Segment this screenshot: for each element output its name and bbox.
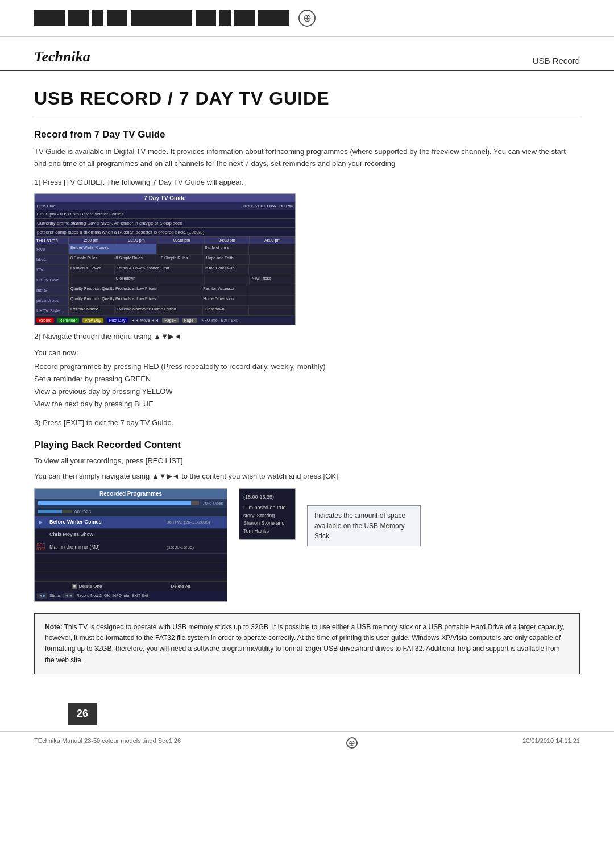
rec-title-3: Man in the mirror (MJ): [47, 543, 164, 551]
rec-label-status: Status: [49, 593, 61, 597]
footer-left: TEchnika Manual 23-50 colour models .ind…: [34, 737, 181, 749]
tv-guide-screenshot: 7 Day TV Guide 03:6 Five 31/09/2007 00:4…: [34, 193, 296, 325]
page-number: 26: [68, 703, 97, 725]
section2-heading: Playing Back Recorded Content: [34, 439, 580, 451]
detail-line-1: (15:00-16:35): [243, 493, 291, 501]
delete-one-icon: ■: [72, 584, 77, 589]
tg-label-move: ◄◄ Move ◄◄: [131, 318, 159, 322]
top-block-r3: [219, 10, 231, 26]
rec-title-bar: Recorded Programmes: [35, 489, 227, 499]
tg-grid-header: THU 31/05 2:30 pm 03:00 pm 03:30 pm 04:0…: [35, 237, 295, 244]
brand-logo: Technika: [34, 48, 90, 65]
delete-one-container: ■ Delete One: [72, 584, 102, 589]
section1-navigate-text: 2) Navigate through the menu using ▲▼▶◄: [34, 332, 580, 340]
rec-progress-bar: 70% Used: [35, 499, 227, 508]
section2-instruction1: To view all your recordings, press [REC …: [34, 456, 580, 465]
top-blocks-right: [161, 10, 289, 26]
rec-row-1[interactable]: ▶ Before Winter Comes 06 ITV2 (20-11-200…: [35, 516, 227, 529]
tg-info-bar: 03:6 Five 31/09/2007 00:41:38 PM: [35, 202, 295, 210]
tg-desc3: persons' camp faces a dilemma when a Rus…: [35, 228, 295, 237]
tg-btn-reminder[interactable]: Reminder: [57, 318, 79, 323]
tg-row-uktvstyle: UKTV Style Extreme Makeo.. Extreme Makeo…: [35, 306, 295, 316]
tg-label-info: INFO Info: [200, 318, 217, 322]
section1-instruction3: 3) Press [EXIT] to exit the 7 day TV Gui…: [34, 418, 580, 427]
tip-blue: View the next day by pressing BLUE: [34, 398, 580, 410]
top-block-4: [107, 10, 127, 26]
tg-row-bbc1: bbc1 8 Simple Rules 8 Simple Rules 8 Sim…: [35, 255, 295, 265]
rec-title-1: Before Winter Comes: [47, 518, 164, 526]
rec-label-info: INFO Info: [112, 593, 129, 597]
recorded-section-container: Recorded Programmes 70% Used 001/023 ▶: [34, 488, 580, 602]
tg-info-left: 03:6 Five: [37, 203, 56, 209]
tg-time-4: 04:03 pm: [205, 237, 250, 244]
tg-time-3: 03:30 pm: [159, 237, 205, 244]
top-compass-container: ⊕: [298, 10, 316, 27]
page-footer: TEchnika Manual 23-50 colour models .ind…: [0, 731, 614, 754]
progress-fill: [38, 501, 191, 505]
top-block-5: [131, 10, 161, 26]
page-title: USB RECORD / 7 DAY TV GUIDE: [34, 88, 580, 115]
tg-row-bidtv: bid tv Quality Products: Quality Product…: [35, 285, 295, 296]
tg-row-pricedrops: price drops Quality Products: Quality Pr…: [35, 296, 295, 306]
tg-time-2: 03:00 pm: [114, 237, 160, 244]
tg-btn-page[interactable]: Page+: [162, 318, 178, 323]
section-playback: Playing Back Recorded Content To view al…: [34, 439, 580, 602]
rec-label-ok: OK: [104, 593, 110, 597]
callout-text: Indicates the amount of space available …: [314, 512, 405, 540]
section1-instruction1: 1) Press [TV GUIDE]. The following 7 Day…: [34, 178, 580, 186]
rec-btn-rec: ◄◄: [63, 593, 74, 598]
rec-empty-2: [35, 563, 227, 572]
top-block-r4: [234, 10, 255, 26]
rec-empty-3: [35, 572, 227, 581]
top-block-3: [92, 10, 103, 26]
top-block-r5: [258, 10, 289, 26]
tip-yellow: View a previous day by pressing YELLOW: [34, 385, 580, 398]
tg-title-bar: 7 Day TV Guide: [35, 194, 295, 202]
rec-delete-row: ■ Delete One Delete All: [35, 581, 227, 591]
tg-btn-record[interactable]: Record: [36, 318, 54, 323]
note-bold: Note:: [45, 623, 63, 631]
note-box: Note: This TV is designed to operate wit…: [34, 613, 580, 674]
storage-mini-bar: [38, 510, 72, 513]
rec-bottom-bar: ◄▶ Status ◄◄ Record Now 2 OK INFO Info E…: [35, 591, 227, 600]
tg-desc2: Currently drama starring David Niven. An…: [35, 219, 295, 228]
tips-list: Record programmes by pressing RED (Press…: [34, 360, 580, 410]
top-block-2: [68, 10, 89, 26]
delete-all-label[interactable]: Delete All: [171, 584, 190, 589]
rec-row-2[interactable]: Chris Moyles Show: [35, 529, 227, 541]
note-text: This TV is designed to operate with USB …: [45, 623, 565, 664]
tg-label-exit: EXIT Exit: [221, 318, 238, 322]
callout-box: Indicates the amount of space available …: [307, 505, 421, 546]
recorded-screenshot: Recorded Programmes 70% Used 001/023 ▶: [34, 488, 227, 602]
rec-btn-nav: ◄▶: [37, 593, 47, 599]
tg-info-right: 31/09/2007 00:41:38 PM: [243, 203, 293, 209]
rec-title-2: Chris Moyles Show: [47, 530, 164, 538]
rec-storage-bar: 001/023: [35, 508, 227, 516]
footer-right: 20/01/2010 14:11:21: [522, 737, 580, 749]
page-header: Technika USB Record: [0, 37, 614, 71]
top-block-1: [34, 10, 65, 26]
tg-row-five: Five Before Winter Comes Battle of the s: [35, 244, 295, 255]
tg-time-5: 04:30 pm: [250, 237, 295, 244]
tg-btn-prevday[interactable]: Prev Day: [82, 318, 103, 323]
top-block-r1: [161, 10, 192, 26]
tg-row-uktvgold: UKTV Gold Closedown New Tricks: [35, 275, 295, 285]
you-can-now-label: You can now:: [34, 348, 580, 357]
storage-label: 001/023: [74, 509, 91, 514]
rec-empty-1: [35, 554, 227, 563]
top-block-r2: [196, 10, 216, 26]
top-compass-icon: ⊕: [298, 10, 316, 27]
section-record-7day: Record from 7 Day TV Guide TV Guide is a…: [34, 129, 580, 427]
top-decorative-bar: ⊕: [0, 0, 614, 37]
progress-label: 70% Used: [202, 501, 223, 506]
rec-icon-2: [35, 533, 47, 535]
delete-one-label[interactable]: Delete One: [79, 584, 102, 589]
rec-date-1: 06 ITV2 (20-11-2009): [164, 518, 227, 526]
tg-btn-nextday[interactable]: Next Day: [107, 318, 128, 323]
bottom-area: 26: [0, 703, 614, 725]
tip-green: Set a reminder by pressing GREEN: [34, 373, 580, 385]
tg-btn-pageminus[interactable]: Page-: [182, 318, 197, 323]
rec-row-3[interactable]: REC 8023 Man in the mirror (MJ) (15:00-1…: [35, 541, 227, 554]
rec-label-exit: EXIT Exit: [131, 593, 148, 597]
storage-mini-fill: [38, 510, 62, 513]
